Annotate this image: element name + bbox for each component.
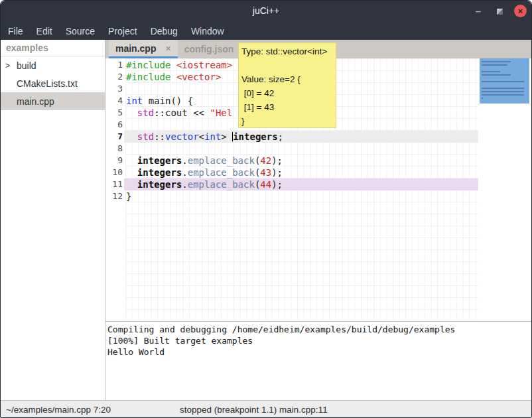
sidebar-item-build[interactable]: >build	[1, 56, 105, 74]
sidebar-item-cmakelists-txt[interactable]: CMakeLists.txt	[1, 74, 105, 92]
window-title: juCi++	[1, 5, 531, 16]
line-number: 5	[105, 107, 124, 119]
tooltip-line: Type: std::vector<int>	[241, 44, 333, 58]
menu-project[interactable]: Project	[101, 23, 144, 39]
close-icon: ×	[518, 7, 523, 16]
line-number: 1	[105, 59, 124, 71]
minimap-code-line	[482, 88, 524, 89]
output-line: Hello World	[107, 346, 532, 358]
sidebar-item-main-cpp[interactable]: main.cpp	[1, 92, 105, 110]
status-debug-state: stopped (breakpoint 1.1) main.cpp:11	[180, 405, 328, 415]
maximize-icon	[497, 9, 503, 15]
line-number: 2	[105, 71, 124, 83]
menu-edit[interactable]: Edit	[30, 23, 59, 39]
line-number: 7	[105, 131, 124, 143]
minimap-code-line	[482, 81, 524, 82]
code-line[interactable]: 8	[105, 143, 478, 155]
line-number: 3	[105, 83, 124, 95]
tooltip-line	[241, 58, 333, 72]
status-bar: ~/examples/main.cpp 7:20 stopped (breakp…	[1, 400, 532, 418]
expand-chevron-icon[interactable]: >	[5, 61, 16, 70]
code-text	[124, 143, 478, 155]
line-number: 12	[105, 190, 124, 202]
tab-config-json[interactable]: config.json	[178, 40, 241, 58]
titlebar[interactable]: juCi++ – ×	[1, 1, 531, 22]
tooltip-line: [1] = 43	[241, 100, 333, 114]
menubar: FileEditSourceProjectDebugWindow	[1, 22, 531, 40]
code-text: integers.emplace_back(43);	[124, 167, 478, 178]
line-number: 10	[105, 167, 124, 178]
line-number: 6	[105, 119, 124, 131]
tab-close-icon[interactable]: ×	[165, 43, 170, 54]
maximize-button[interactable]	[493, 5, 506, 18]
minimap-code-line	[482, 61, 511, 62]
minimize-icon: –	[476, 8, 481, 15]
output-line: Compiling and debugging /home/eidheim/ex…	[107, 324, 532, 335]
menu-debug[interactable]: Debug	[144, 23, 184, 39]
minimap-code-line	[482, 91, 524, 92]
code-line[interactable]: 11 integers.emplace_back(44);	[105, 178, 478, 190]
menu-window[interactable]: Window	[184, 23, 231, 39]
code-text: integers.emplace_back(42);	[124, 155, 478, 167]
minimap-visible-region[interactable]	[480, 58, 529, 104]
file-tree: >buildCMakeLists.txtmain.cpp	[1, 56, 105, 110]
minimap-code-line	[482, 98, 483, 99]
minimap-code-line	[482, 71, 500, 72]
tooltip-line: }	[241, 114, 333, 128]
project-name-header: examples	[1, 40, 105, 56]
code-line[interactable]: 10 integers.emplace_back(43);	[105, 167, 478, 178]
output-line: [100%] Built target examples	[107, 335, 532, 346]
tab-label: main.cpp	[115, 43, 156, 54]
menu-file[interactable]: File	[1, 23, 30, 39]
minimap[interactable]	[480, 58, 529, 320]
code-line[interactable]: 9 integers.emplace_back(42);	[105, 155, 478, 167]
code-text: std::vector<int> integers;	[124, 131, 478, 143]
file-tree-label: build	[17, 60, 36, 71]
line-number: 4	[105, 95, 124, 107]
minimap-code-line	[482, 64, 507, 66]
line-number: 9	[105, 155, 124, 167]
file-tree-label: main.cpp	[17, 96, 54, 107]
output-panel[interactable]: Compiling and debugging /home/eidheim/ex…	[105, 322, 532, 400]
file-tree-panel: examples >buildCMakeLists.txtmain.cpp	[1, 40, 105, 400]
minimize-button[interactable]: –	[472, 5, 485, 18]
close-button[interactable]: ×	[514, 5, 527, 17]
minimap-code-line	[482, 94, 524, 96]
menu-source[interactable]: Source	[59, 23, 101, 39]
code-line[interactable]: 12}	[105, 190, 478, 202]
code-text: }	[124, 190, 478, 202]
debug-value-tooltip: Type: std::vector<int> Value: size=2 { […	[238, 42, 336, 128]
app-window: juCi++ – × FileEditSourceProjectDebugWin…	[0, 0, 532, 418]
code-line[interactable]: 7 std::vector<int> integers;	[105, 131, 478, 143]
file-tree-label: CMakeLists.txt	[17, 78, 78, 89]
tab-label: config.json	[184, 44, 234, 54]
code-text: integers.emplace_back(44);	[124, 178, 478, 190]
line-number: 8	[105, 143, 124, 155]
tab-main-cpp[interactable]: main.cpp×	[109, 40, 178, 58]
line-number: 11	[105, 178, 124, 190]
status-file-location: ~/examples/main.cpp 7:20	[6, 405, 111, 415]
tooltip-line: [0] = 42	[241, 86, 333, 100]
minimap-code-line	[482, 74, 511, 76]
tooltip-line: Value: size=2 {	[241, 72, 333, 86]
